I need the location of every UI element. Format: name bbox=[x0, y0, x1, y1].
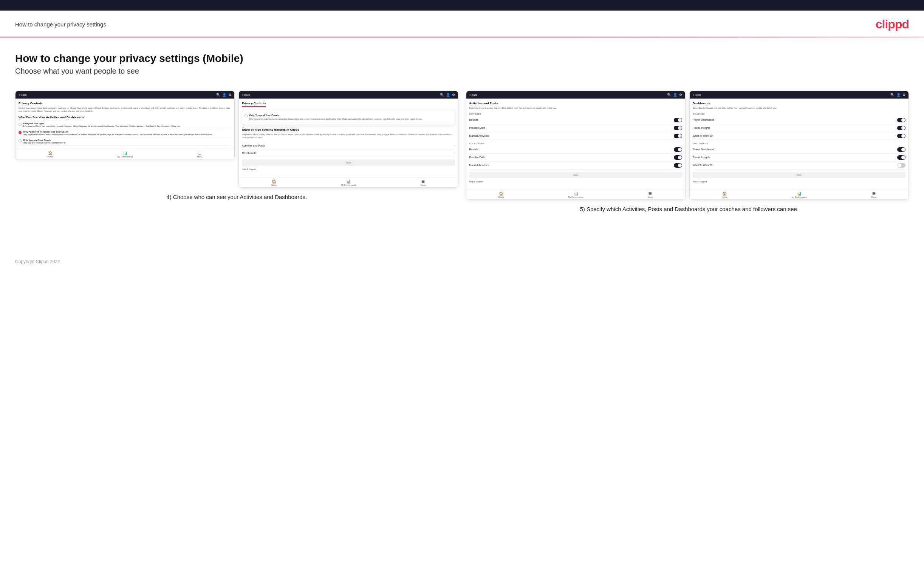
phone-1-section-title: Privacy Controls bbox=[18, 102, 231, 105]
followers-rounds-label-3: Rounds bbox=[469, 148, 478, 151]
bottom-nav-home-4[interactable]: 🏠 Home bbox=[722, 192, 727, 198]
phone-4-bottom-nav: 🏠 Home 📊 My Performance ☰ Menu bbox=[690, 189, 908, 199]
bottom-nav-perf-1[interactable]: 📊 My Performance bbox=[118, 151, 132, 158]
bottom-nav-perf-2[interactable]: 📊 My Performance bbox=[341, 179, 356, 186]
coaches-work-toggle-4[interactable] bbox=[897, 134, 906, 138]
home-label-3: Home bbox=[499, 196, 504, 198]
bottom-nav-home-2[interactable]: 🏠 Home bbox=[271, 179, 277, 186]
help-label-4: Help & Support bbox=[693, 181, 906, 184]
phone-2-popup: Only You and Your Coach Only you and the… bbox=[242, 110, 455, 125]
coaches-rounds-3: Rounds bbox=[469, 116, 682, 124]
phone-1-back[interactable]: < Back bbox=[18, 93, 27, 96]
followers-work-label-4: What To Work On bbox=[693, 164, 714, 166]
coaches-manual-3: Manual Activities bbox=[469, 132, 682, 140]
activities-row[interactable]: Activities and Posts › bbox=[242, 142, 455, 150]
phone-mockup-2: < Back 🔍 👤 ⚙ Privacy Controls bbox=[239, 90, 458, 188]
save-button-2[interactable]: Save bbox=[242, 160, 455, 166]
caption5-text: 5) Specify which Activities, Posts and D… bbox=[580, 206, 798, 212]
popup-content: Only You and Your Coach Only you and the… bbox=[249, 114, 422, 121]
bottom-nav-menu-2[interactable]: ☰ Menu bbox=[421, 179, 426, 186]
phone-4-body: Dashboards Select the dashboards that yo… bbox=[690, 98, 908, 189]
phone-4: < Back 🔍 👤 ⚙ Dashboards Select the dashb… bbox=[689, 90, 909, 200]
phone-3-bottom-nav: 🏠 Home 📊 My Performance ☰ Menu bbox=[466, 189, 685, 199]
profile-icon-4: 👤 bbox=[897, 93, 901, 97]
home-label-2: Home bbox=[271, 184, 277, 186]
perf-icon-1: 📊 bbox=[123, 151, 128, 155]
radio-option-2[interactable]: Only Approved Followers and Your Coach O… bbox=[18, 129, 231, 137]
coaches-rounds-toggle-3[interactable] bbox=[674, 118, 682, 122]
bottom-nav-menu-3[interactable]: ☰ Menu bbox=[648, 192, 653, 198]
bottom-nav-menu-4[interactable]: ☰ Menu bbox=[871, 192, 876, 198]
search-icon-2: 🔍 bbox=[440, 93, 444, 97]
radio-circle-3 bbox=[18, 139, 21, 142]
dashboards-row[interactable]: Dashboards › bbox=[242, 150, 455, 157]
home-icon-4: 🏠 bbox=[722, 192, 727, 196]
followers-drills-toggle-3[interactable] bbox=[674, 155, 682, 160]
radio-text-3: Only You and Your Coach Only you and the… bbox=[23, 139, 65, 144]
right-section: < Back 🔍 👤 ⚙ Activities and Posts Select… bbox=[466, 90, 909, 214]
perf-label-2: My Performance bbox=[341, 184, 356, 186]
radio-option-3[interactable]: Only You and Your Coach Only you and the… bbox=[18, 137, 231, 146]
followers-manual-toggle-3[interactable] bbox=[674, 163, 682, 168]
bottom-nav-home-1[interactable]: 🏠 Home bbox=[48, 151, 53, 158]
popup-radio: Only You and Your Coach Only you and the… bbox=[244, 113, 452, 122]
menu-icon-4: ☰ bbox=[872, 192, 876, 196]
followers-insights-toggle-4[interactable] bbox=[897, 155, 906, 160]
phone-4-desc: Select the dashboards that you'd like to… bbox=[693, 107, 906, 110]
coaches-work-label-4: What To Work On bbox=[693, 134, 714, 137]
bottom-nav-home-3[interactable]: 🏠 Home bbox=[499, 192, 504, 198]
save-button-4[interactable]: Save bbox=[693, 172, 906, 178]
phone-4-back[interactable]: < Back bbox=[693, 93, 701, 96]
radio-text-2: Only Approved Followers and Your Coach O… bbox=[23, 131, 213, 135]
radio-option-1[interactable]: Everyone on Clippd Everyone on Clippd ca… bbox=[18, 121, 231, 129]
search-icon: 🔍 bbox=[216, 93, 220, 97]
perf-label-1: My Performance bbox=[118, 156, 132, 158]
followers-work-toggle-4[interactable] bbox=[897, 163, 906, 168]
bottom-nav-perf-3[interactable]: 📊 My Performance bbox=[568, 192, 583, 198]
phone-3-back[interactable]: < Back bbox=[469, 93, 478, 96]
followers-rounds-3: Rounds bbox=[469, 146, 682, 154]
help-label-3: Help & Support bbox=[469, 181, 682, 184]
coaches-insights-4: Round Insights bbox=[693, 124, 906, 132]
phone-1: < Back 🔍 👤 ⚙ Privacy Controls Control ho… bbox=[15, 90, 235, 188]
coaches-label-3: COACHES bbox=[469, 113, 682, 115]
phone-4-icons: 🔍 👤 ⚙ bbox=[890, 93, 906, 97]
perf-label-4: My Performance bbox=[792, 196, 807, 198]
phone-3-desc: Select the types of activity that you'd … bbox=[469, 107, 682, 110]
bottom-nav-menu-1[interactable]: ☰ Menu bbox=[197, 151, 202, 158]
followers-rounds-toggle-3[interactable] bbox=[674, 147, 682, 152]
followers-player-toggle-4[interactable] bbox=[897, 147, 906, 152]
phone-2-back[interactable]: < Back bbox=[242, 93, 250, 96]
followers-label-3: FOLLOWERS bbox=[469, 142, 682, 145]
coaches-player-4: Player Dashboard bbox=[693, 116, 906, 124]
coaches-player-toggle-4[interactable] bbox=[897, 118, 906, 122]
home-icon-2: 🏠 bbox=[272, 179, 276, 184]
followers-insights-4: Round Insights bbox=[693, 154, 906, 162]
phone-2-icons: 🔍 👤 ⚙ bbox=[440, 93, 455, 97]
followers-drills-label-3: Practice Drills bbox=[469, 156, 486, 159]
save-button-3[interactable]: Save bbox=[469, 172, 682, 178]
coaches-manual-label-3: Manual Activities bbox=[469, 134, 489, 137]
radio-circle-2 bbox=[18, 131, 21, 134]
search-icon-3: 🔍 bbox=[667, 93, 671, 97]
coaches-drills-toggle-3[interactable] bbox=[674, 126, 682, 130]
header: How to change your privacy settings clip… bbox=[0, 11, 924, 37]
coaches-manual-toggle-3[interactable] bbox=[674, 134, 682, 138]
followers-work-4: What To Work On bbox=[693, 162, 906, 169]
search-icon-4: 🔍 bbox=[890, 93, 895, 97]
phones-section: < Back 🔍 👤 ⚙ Privacy Controls Control ho… bbox=[15, 90, 909, 214]
menu-label-1: Menu bbox=[197, 156, 202, 158]
phone-3-nav: < Back 🔍 👤 ⚙ bbox=[466, 91, 685, 98]
profile-icon: 👤 bbox=[222, 93, 226, 97]
caption-5: 5) Specify which Activities, Posts and D… bbox=[576, 205, 798, 214]
popup-title: Only You and Your Coach bbox=[249, 114, 422, 117]
coaches-insights-toggle-4[interactable] bbox=[897, 126, 906, 130]
bottom-nav-perf-4[interactable]: 📊 My Performance bbox=[792, 192, 807, 198]
perf-icon-2: 📊 bbox=[346, 179, 351, 184]
phone-3-title: Activities and Posts bbox=[469, 102, 682, 105]
phone-1-options: Everyone on Clippd Everyone on Clippd ca… bbox=[18, 121, 231, 146]
phone-2-nav: < Back 🔍 👤 ⚙ bbox=[239, 91, 458, 98]
followers-manual-3: Manual Activities bbox=[469, 162, 682, 169]
phone-3-icons: 🔍 👤 ⚙ bbox=[667, 93, 682, 97]
settings-icon-2: ⚙ bbox=[452, 93, 455, 97]
